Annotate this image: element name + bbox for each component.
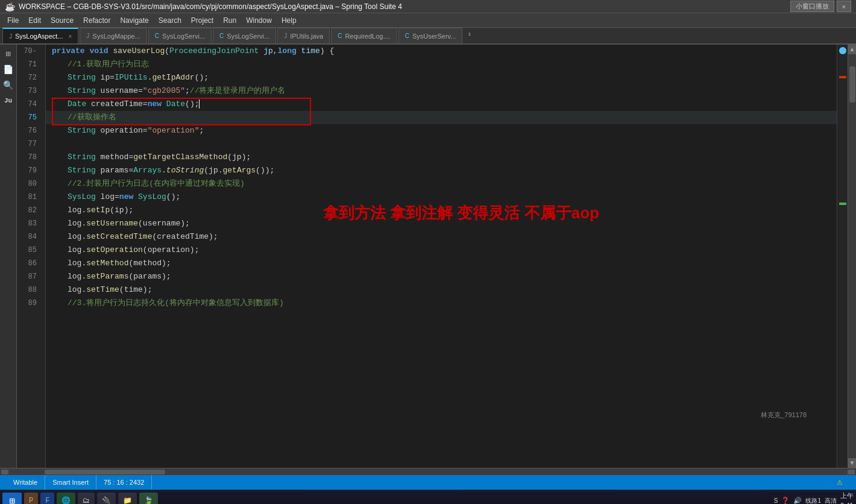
scroll-down-btn[interactable]: ▼ — [848, 458, 857, 468]
line-83: 83 — [17, 217, 40, 230]
code-line-80: //2.封装用户行为日志(在内容中通过对象去实现) — [46, 177, 837, 191]
code-line-89: //3.将用户行为日志持久化(将内存中对象信息写入到数据库) — [46, 297, 837, 310]
menu-run[interactable]: Run — [218, 15, 241, 26]
status-bar: Writable Smart Insert 75 : 16 : 2432 ⚠ — [0, 475, 856, 490]
close-btn[interactable]: × — [837, 1, 851, 12]
sidebar-icon-2[interactable]: 📄 — [2, 63, 15, 76]
line-76: 76 — [17, 124, 40, 137]
code-editor[interactable]: 70- 71 72 73 74 75 76 77 78 79 80 81 82 … — [17, 45, 856, 468]
scroll-up-btn[interactable]: ▲ — [848, 45, 857, 54]
sidebar-icon-1[interactable]: ⊞ — [2, 47, 15, 60]
vertical-scrollbar[interactable]: ▲ ▼ — [848, 45, 856, 468]
menu-source[interactable]: Source — [46, 15, 78, 26]
status-position: 75 : 16 : 2432 — [96, 475, 152, 490]
tray-question: ❓ — [781, 497, 790, 504]
indicator-top — [839, 47, 846, 54]
menu-window[interactable]: Window — [241, 15, 277, 26]
menu-navigate[interactable]: Navigate — [115, 15, 153, 26]
line-86: 86 — [17, 257, 40, 270]
line-85: 85 — [17, 244, 40, 257]
tab-syslogmapper[interactable]: J SysLogMappe... — [80, 28, 147, 43]
line-84: 84 — [17, 230, 40, 244]
taskbar-app-network[interactable]: 🔌 — [97, 493, 116, 505]
code-line-71: //1.获取用户行为日志 — [46, 58, 837, 71]
tab-label: SysLogServi... — [162, 33, 205, 40]
taskbar-app-files[interactable]: 🗂 — [78, 493, 95, 505]
status-writable: Writable — [6, 475, 45, 490]
line-72: 72 — [17, 71, 40, 84]
line-71: 71 — [17, 58, 40, 71]
tab-sysuserserv[interactable]: C SysUserServ... — [398, 28, 463, 43]
tab-label: RequiredLog.... — [345, 33, 390, 40]
tab-icon-java: J — [9, 33, 12, 40]
menu-file[interactable]: File — [2, 15, 24, 26]
code-line-79: String params=Arrays.toString(jp.getArgs… — [46, 164, 837, 177]
line-75: 75 — [17, 111, 40, 124]
line-81: 81 — [17, 191, 40, 204]
menu-project[interactable]: Project — [186, 15, 218, 26]
tab-label: SysLogServi... — [227, 33, 269, 40]
right-indicator-panel — [837, 45, 848, 468]
menu-refactor[interactable]: Refactor — [78, 15, 115, 26]
line-number-gutter: 70- 71 72 73 74 75 76 77 78 79 80 81 82 … — [17, 45, 46, 468]
horizontal-scrollbar[interactable] — [0, 468, 856, 475]
taskbar: ⊞ P F 🌐 🗂 🔌 📁 🍃 S ❓ 🔊 线路1 高清 上午 9:41 — [0, 490, 856, 504]
tab-requiredlog[interactable]: C RequiredLog.... — [331, 28, 397, 43]
code-text-area[interactable]: private void saveUserLog(ProceedingJoinP… — [46, 45, 837, 468]
left-sidebar: ⊞ 📄 🔍 Ju — [0, 45, 17, 468]
line-79: 79 — [17, 164, 40, 177]
hscroll-right-btn[interactable] — [848, 470, 855, 474]
code-line-88: log.setTime(time); — [46, 283, 837, 297]
window-controls: 小窗口播放 × — [790, 1, 851, 12]
tab-syslogaspect[interactable]: J SysLogAspect... × — [2, 28, 78, 43]
taskbar-app-chrome[interactable]: 🌐 — [57, 493, 75, 505]
tab-label: SysLogAspect... — [15, 33, 63, 40]
code-line-73: String username="cgb2005";//将来是登录用户的用户名 — [46, 84, 837, 98]
code-line-86: log.setMethod(method); — [46, 257, 837, 270]
taskbar-app-spring[interactable]: 🍃 — [139, 493, 158, 505]
tab-icon-c3: C — [338, 33, 342, 39]
line-74: 74 — [17, 98, 40, 111]
tab-syslogservi1[interactable]: C SysLogServi... — [148, 28, 212, 43]
code-line-87: log.setParams(params); — [46, 270, 837, 283]
sidebar-icon-ju[interactable]: Ju — [2, 94, 15, 107]
tab-syslogservi2[interactable]: C SysLogServi... — [213, 28, 276, 43]
taskbar-time: 上午 9:41 — [840, 491, 854, 504]
window-title: WORKSPACE – CGB-DB-SYS-V3.01/src/main/ja… — [19, 2, 790, 11]
tab-icon-java2: J — [86, 33, 89, 39]
code-line-85: log.setOperation(operation); — [46, 244, 837, 257]
menu-search[interactable]: Search — [154, 15, 186, 26]
tab-icon-c2: C — [219, 33, 224, 39]
line-78: 78 — [17, 151, 40, 164]
code-line-70: private void saveUserLog(ProceedingJoinP… — [46, 45, 837, 58]
tab-overflow[interactable]: ¹ — [464, 31, 475, 40]
taskbar-tray: S ❓ 🔊 线路1 高清 上午 9:41 — [774, 491, 854, 504]
line-80: 80 — [17, 177, 40, 191]
tab-label: IPUtils.java — [290, 33, 323, 40]
indicator-ok — [839, 203, 846, 205]
app-icon: ☕ — [5, 2, 15, 11]
taskbar-app-p[interactable]: P — [24, 493, 38, 505]
tray-text-1: S — [774, 497, 778, 504]
small-window-btn[interactable]: 小窗口播放 — [790, 1, 834, 12]
menu-edit[interactable]: Edit — [24, 15, 46, 26]
scroll-thumb[interactable] — [849, 66, 855, 102]
taskbar-app-f[interactable]: F — [40, 493, 54, 505]
line-87: 87 — [17, 270, 40, 283]
line-89: 89 — [17, 297, 40, 310]
taskbar-app-folder[interactable]: 📁 — [118, 493, 137, 505]
tab-close-icon[interactable]: × — [69, 33, 72, 40]
line-82: 82 — [17, 204, 40, 217]
line-77: 77 — [17, 137, 40, 151]
code-line-74: Date createdTime=new Date(); — [46, 98, 837, 111]
tab-label: SysLogMappe... — [92, 33, 140, 40]
menu-help[interactable]: Help — [277, 15, 301, 26]
sidebar-icon-3[interactable]: 🔍 — [2, 78, 15, 92]
tray-quality-label: 高清 — [825, 497, 837, 505]
hscroll-thumb[interactable] — [45, 470, 165, 474]
start-button[interactable]: ⊞ — [2, 493, 22, 505]
line-70: 70- — [17, 45, 40, 58]
tab-iputils[interactable]: J IPUtils.java — [277, 28, 330, 43]
tab-label: SysUserServ... — [412, 33, 456, 40]
hscroll-left-btn[interactable] — [1, 470, 8, 474]
